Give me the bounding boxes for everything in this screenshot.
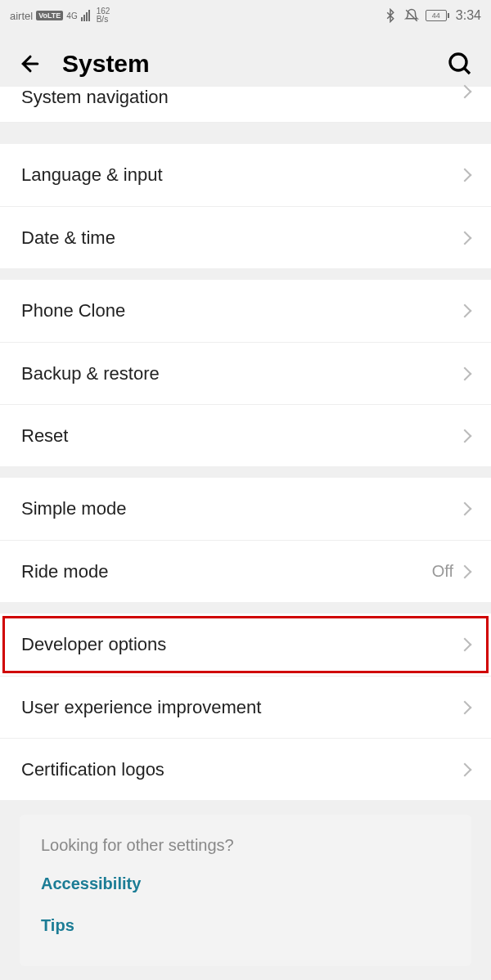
chevron-right-icon (458, 304, 472, 318)
row-value: Off (432, 562, 453, 581)
row-reset[interactable]: Reset (0, 404, 491, 466)
status-right: 44 3:34 (383, 8, 481, 23)
footer-card: Looking for other settings? Accessibilit… (20, 815, 471, 966)
row-date-time[interactable]: Date & time (0, 206, 491, 268)
carrier-label: airtel (10, 10, 33, 22)
footer-link-tips[interactable]: Tips (41, 916, 450, 935)
svg-point-0 (450, 54, 466, 70)
signal-icon (81, 10, 90, 21)
row-label: Language & input (21, 164, 163, 186)
row-user-experience[interactable]: User experience improvement (0, 676, 491, 738)
chevron-right-icon (458, 638, 472, 652)
chevron-right-icon (458, 231, 472, 245)
chevron-right-icon (458, 700, 472, 714)
row-label: Backup & restore (21, 363, 160, 384)
row-label: System navigation (21, 87, 169, 108)
chevron-right-icon (458, 564, 472, 578)
row-certification-logos[interactable]: Certification logos (0, 738, 491, 800)
back-icon[interactable] (18, 52, 43, 76)
page-title: System (62, 50, 427, 78)
notification-off-icon (404, 8, 419, 23)
row-label: Phone Clone (21, 300, 125, 321)
row-label: Date & time (21, 227, 115, 249)
settings-group: Simple mode Ride mode Off (0, 478, 491, 602)
svg-line-1 (464, 68, 470, 74)
volte-badge: VoLTE (36, 11, 63, 20)
chevron-right-icon (458, 502, 472, 516)
status-bar: airtel VoLTE 4G 162 B/s 44 3:34 (0, 0, 491, 31)
battery-icon: 44 (426, 10, 449, 21)
row-label: User experience improvement (21, 697, 261, 718)
row-system-navigation[interactable]: System navigation (0, 87, 491, 123)
row-label: Simple mode (21, 498, 126, 519)
row-label: Developer options (21, 634, 166, 655)
clock: 3:34 (456, 8, 481, 23)
search-icon[interactable] (447, 51, 473, 77)
status-left: airtel VoLTE 4G 162 B/s (10, 7, 110, 24)
chevron-right-icon (458, 762, 472, 776)
row-developer-options[interactable]: Developer options (0, 614, 491, 676)
chevron-right-icon (458, 429, 472, 443)
network-speed: 162 B/s (97, 7, 110, 24)
row-simple-mode[interactable]: Simple mode (0, 478, 491, 540)
chevron-right-icon (458, 366, 472, 380)
settings-group: Language & input Date & time (0, 144, 491, 268)
row-backup-restore[interactable]: Backup & restore (0, 342, 491, 404)
row-ride-mode[interactable]: Ride mode Off (0, 540, 491, 602)
bluetooth-icon (383, 8, 398, 23)
settings-group: Developer options User experience improv… (0, 614, 491, 800)
network-type: 4G (66, 11, 77, 20)
chevron-right-icon (458, 169, 472, 182)
row-label: Ride mode (21, 561, 108, 582)
settings-content: System navigation Language & input Date … (0, 97, 491, 966)
row-language-input[interactable]: Language & input (0, 144, 491, 206)
footer-link-accessibility[interactable]: Accessibility (41, 874, 450, 893)
row-label: Reset (21, 425, 68, 447)
row-label: Certification logos (21, 759, 164, 780)
row-phone-clone[interactable]: Phone Clone (0, 280, 491, 342)
chevron-right-icon (458, 85, 472, 99)
footer-title: Looking for other settings? (41, 836, 450, 855)
settings-group: Phone Clone Backup & restore Reset (0, 280, 491, 466)
